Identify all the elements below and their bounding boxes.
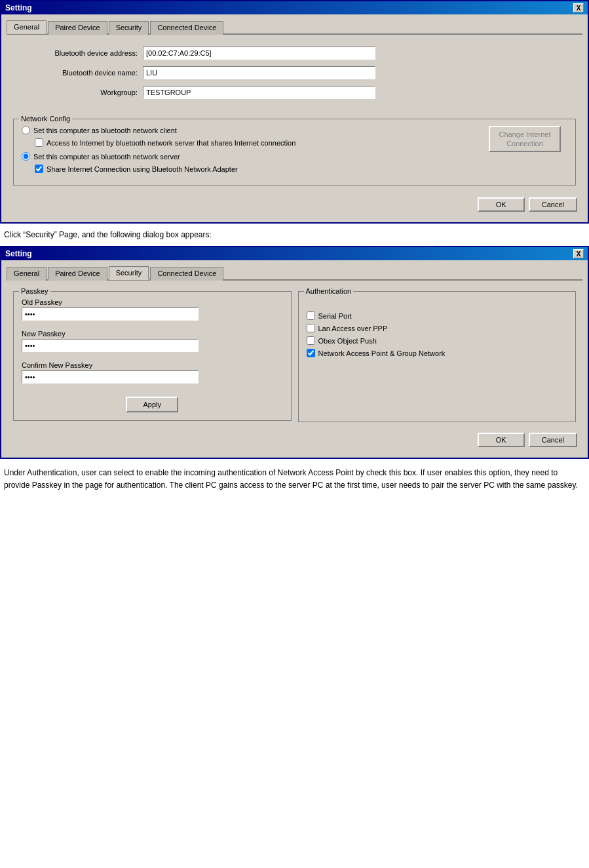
passkey-col: Passkey Old Passkey New Passkey Confirm … (13, 291, 292, 422)
auth-group-label: Authentication (304, 287, 354, 295)
network-access-row: Network Access Point & Group Network (307, 349, 568, 357)
cancel-button-2[interactable]: Cancel (529, 433, 577, 447)
confirm-passkey-input[interactable] (22, 370, 199, 384)
checkbox-lan-access[interactable] (307, 324, 315, 332)
old-passkey-group: Old Passkey (22, 298, 283, 323)
apply-button[interactable]: Apply (126, 397, 178, 412)
close-button-2[interactable]: X (573, 249, 584, 258)
cancel-button-1[interactable]: Cancel (529, 197, 577, 212)
tab-connected-1[interactable]: Connected Device (150, 21, 223, 35)
checkbox-network-access[interactable] (307, 349, 315, 357)
checkbox-serial-port[interactable] (307, 311, 315, 320)
checkbox-obex[interactable] (307, 336, 315, 345)
radio-server-row: Set this computer as bluetooth network s… (22, 152, 295, 161)
close-button-1[interactable]: X (573, 3, 584, 12)
window2-content: General Paired Device Security Connected… (1, 260, 588, 458)
radio-server[interactable] (22, 152, 30, 161)
old-passkey-input[interactable] (22, 307, 199, 321)
bt-address-label: Bluetooth device address: (20, 49, 138, 57)
confirm-passkey-label: Confirm New Passkey (22, 361, 283, 369)
workgroup-label: Workgroup: (20, 89, 138, 96)
checkbox-internet-row: Access to Internet by bluetooth network … (35, 138, 295, 147)
security-content: Passkey Old Passkey New Passkey Confirm … (7, 286, 582, 427)
tab-bar-2: General Paired Device Security Connected… (7, 266, 582, 281)
window1-content: General Paired Device Security Connected… (1, 14, 588, 222)
obex-label: Obex Object Push (318, 337, 377, 345)
network-config-content: Set this computer as bluetooth network c… (22, 126, 567, 177)
new-passkey-label: New Passkey (22, 330, 283, 338)
bt-address-row: Bluetooth device address: (20, 47, 569, 60)
instruction-text: Click “Security” Page, and the following… (0, 224, 589, 246)
window2: Setting X General Paired Device Security… (0, 246, 589, 459)
tab-paired-2[interactable]: Paired Device (48, 267, 107, 281)
radio-server-label: Set this computer as bluetooth network s… (33, 153, 180, 161)
apply-btn-row: Apply (22, 397, 283, 412)
workgroup-input[interactable] (143, 86, 375, 99)
checkbox-share-label: Share Internet Connection using Bluetoot… (47, 165, 238, 173)
old-passkey-label: Old Passkey (22, 298, 283, 306)
button-row-1: OK Cancel (7, 192, 582, 217)
tab-security-1[interactable]: Security (109, 21, 149, 35)
form-area-1: Bluetooth device address: Bluetooth devi… (7, 40, 582, 112)
serial-port-label: Serial Port (318, 312, 352, 320)
bt-address-input[interactable] (143, 47, 375, 60)
workgroup-row: Workgroup: (20, 86, 569, 99)
auth-col: Authentication Serial Port Lan Access ov… (298, 291, 577, 422)
tab-security-2[interactable]: Security (109, 266, 149, 280)
bt-name-label: Bluetooth device name: (20, 69, 138, 77)
checkbox-internet-label: Access to Internet by bluetooth network … (47, 139, 295, 147)
network-config-group: Network Config Set this computer as blue… (13, 119, 576, 186)
lan-access-row: Lan Access over PPP (307, 324, 568, 332)
window2-title: Setting (5, 249, 32, 258)
change-internet-button[interactable]: Change Internet Connection (489, 126, 561, 152)
bt-name-input[interactable] (143, 66, 375, 79)
network-config-label: Network Config (19, 115, 72, 123)
title-bar-1: Setting X (1, 1, 588, 14)
radio-client-row: Set this computer as bluetooth network c… (22, 126, 295, 134)
bottom-paragraph: Under Authentication, user can select to… (0, 459, 589, 497)
confirm-passkey-group: Confirm New Passkey (22, 361, 283, 386)
checkbox-share-row: Share Internet Connection using Bluetoot… (35, 165, 295, 173)
passkey-group: Passkey Old Passkey New Passkey Confirm … (13, 291, 292, 421)
auth-group: Authentication Serial Port Lan Access ov… (298, 291, 577, 422)
tab-paired-1[interactable]: Paired Device (48, 21, 107, 35)
radio-client[interactable] (22, 126, 30, 134)
radio-client-label: Set this computer as bluetooth network c… (33, 127, 177, 134)
lan-access-label: Lan Access over PPP (318, 325, 388, 332)
ok-button-2[interactable]: OK (478, 433, 525, 447)
tab-bar-1: General Paired Device Security Connected… (7, 20, 582, 35)
button-row-2: OK Cancel (7, 427, 582, 452)
tab-general-2[interactable]: General (7, 267, 47, 281)
passkey-group-label: Passkey (19, 287, 50, 295)
network-access-label: Network Access Point & Group Network (318, 349, 446, 357)
new-passkey-input[interactable] (22, 339, 199, 352)
ok-button-1[interactable]: OK (478, 197, 525, 212)
bt-name-row: Bluetooth device name: (20, 66, 569, 79)
checkbox-share[interactable] (35, 165, 43, 173)
checkbox-internet[interactable] (35, 138, 43, 147)
network-options-left: Set this computer as bluetooth network c… (22, 126, 295, 177)
window1-title: Setting (5, 3, 32, 12)
window1: Setting X General Paired Device Security… (0, 0, 589, 224)
obex-row: Obex Object Push (307, 336, 568, 345)
serial-port-row: Serial Port (307, 311, 568, 320)
tab-connected-2[interactable]: Connected Device (150, 267, 223, 281)
change-internet-btn-container: Change Internet Connection (489, 126, 567, 152)
tab-general-1[interactable]: General (7, 20, 47, 34)
new-passkey-group: New Passkey (22, 330, 283, 355)
title-bar-2: Setting X (1, 247, 588, 260)
